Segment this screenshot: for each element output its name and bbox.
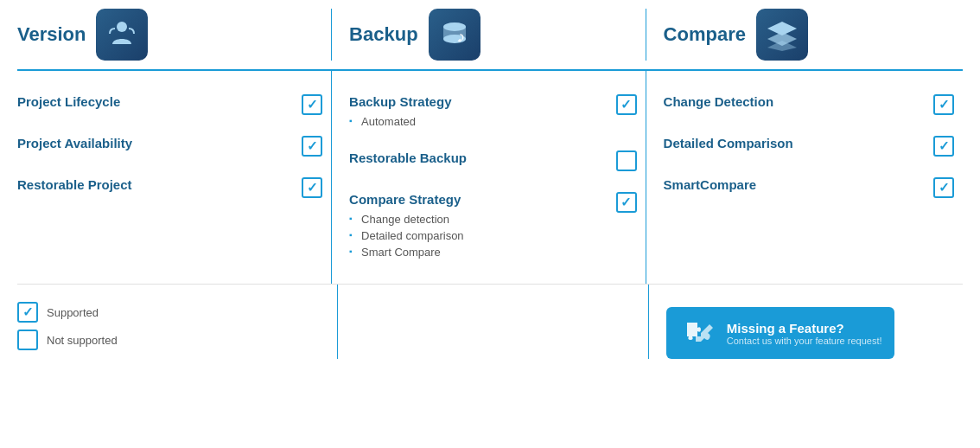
legend-supported: Supported	[17, 302, 337, 323]
detailed-comparison-label: Detailed Comparison	[664, 136, 920, 150]
svg-marker-6	[767, 41, 797, 51]
project-lifecycle-checkbox	[302, 94, 322, 115]
restorable-backup-checkbox	[616, 150, 637, 171]
project-lifecycle-label: Project Lifecycle	[17, 94, 288, 109]
feature-restorable-backup: Restorable Backup	[349, 140, 637, 182]
project-availability-checkbox	[302, 136, 322, 157]
missing-feature-title: Missing a Feature?	[727, 321, 882, 336]
legend-not-supported: Not supported	[17, 330, 337, 350]
legend-area: Supported Not supported	[17, 285, 337, 359]
feature-detailed-comparison: Detailed Comparison	[664, 125, 954, 167]
restorable-backup-label: Restorable Backup	[349, 150, 602, 165]
compare-strategy-item-0: Change detection	[349, 211, 602, 227]
change-detection-label: Change Detection	[664, 94, 920, 109]
compare-icon	[756, 9, 808, 61]
bottom-section: Supported Not supported	[17, 285, 963, 359]
smart-compare-checkbox	[933, 177, 954, 198]
compare-strategy-item-2: Smart Compare	[349, 244, 602, 260]
compare-header-title: Compare	[664, 23, 746, 46]
feature-smart-compare: SmartCompare	[664, 167, 954, 208]
compare-strategy-checkbox	[616, 192, 637, 213]
legend-not-supported-checkbox	[17, 330, 38, 350]
missing-feature-icon	[678, 314, 716, 352]
compare-strategy-label: Compare Strategy	[349, 192, 461, 207]
feature-change-detection: Change Detection	[664, 84, 954, 125]
feature-restorable-project: Restorable Project	[17, 167, 322, 208]
smart-compare-label: SmartCompare	[664, 177, 920, 192]
version-header-title: Version	[17, 23, 86, 46]
missing-feature-banner[interactable]: Missing a Feature? Contact us with your …	[666, 307, 894, 359]
compare-features-col: Change Detection Detailed Comparison Sma…	[646, 71, 963, 284]
backup-features-col: Backup Strategy Automated Restorable Bac…	[331, 71, 646, 284]
content-area: Project Lifecycle Project Availability R…	[17, 71, 963, 285]
feature-compare-strategy: Compare Strategy Change detection Detail…	[349, 182, 637, 271]
legend-supported-checkbox	[17, 302, 38, 323]
main-container: Version Backup	[0, 0, 980, 368]
detailed-comparison-checkbox	[933, 136, 954, 157]
restorable-project-checkbox	[302, 177, 322, 198]
restorable-project-label: Restorable Project	[17, 177, 288, 192]
backup-header-title: Backup	[349, 23, 417, 46]
legend-supported-label: Supported	[47, 306, 99, 319]
project-availability-label: Project Availability	[17, 136, 288, 150]
version-column-header: Version	[17, 9, 331, 61]
feature-project-lifecycle: Project Lifecycle	[17, 84, 322, 125]
version-features-col: Project Lifecycle Project Availability R…	[17, 71, 331, 284]
compare-strategy-sub: Change detection Detailed comparison Sma…	[349, 211, 602, 260]
missing-feature-subtitle: Contact us with your feature request!	[727, 336, 882, 346]
backup-strategy-checkbox	[616, 94, 637, 115]
header-row: Version Backup	[17, 9, 963, 71]
compare-column-header: Compare	[646, 9, 963, 61]
missing-feature-text: Missing a Feature? Contact us with your …	[727, 321, 882, 346]
bottom-backup-col	[337, 285, 648, 359]
bottom-compare-col: Missing a Feature? Contact us with your …	[648, 285, 963, 359]
legend-not-supported-label: Not supported	[47, 334, 118, 347]
change-detection-checkbox	[933, 94, 954, 115]
version-icon	[96, 9, 148, 61]
compare-strategy-item-1: Detailed comparison	[349, 227, 602, 244]
feature-project-availability: Project Availability	[17, 125, 322, 167]
backup-icon	[429, 9, 480, 61]
feature-backup-strategy: Backup Strategy Automated	[349, 84, 637, 140]
backup-column-header: Backup	[331, 9, 645, 61]
backup-strategy-item-0: Automated	[349, 113, 602, 130]
backup-strategy-sub: Automated	[349, 113, 602, 130]
backup-strategy-label: Backup Strategy	[349, 94, 451, 109]
svg-point-0	[117, 22, 127, 32]
